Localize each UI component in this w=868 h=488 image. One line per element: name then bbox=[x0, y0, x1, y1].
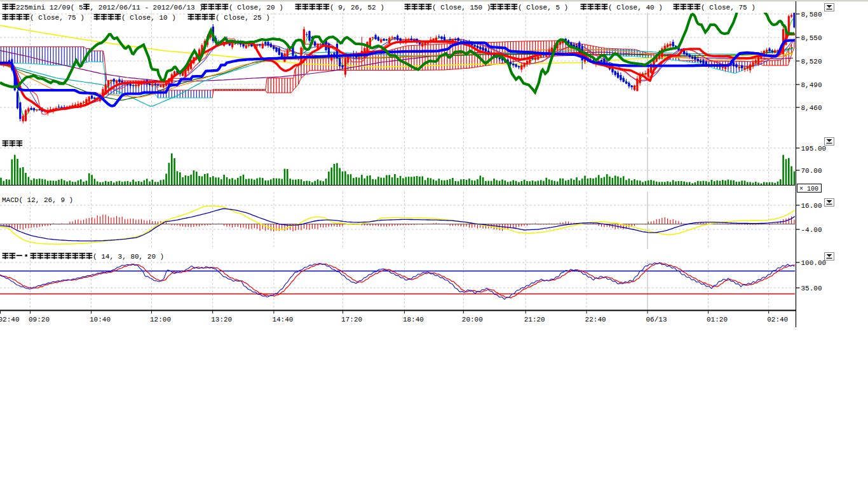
svg-text:, 2012/06/11 - 2012/06/13 ): , 2012/06/11 - 2012/06/13 ) bbox=[90, 4, 203, 11]
svg-text:100.00: 100.00 bbox=[801, 259, 827, 267]
svg-text:17:20: 17:20 bbox=[341, 316, 362, 323]
svg-text:( Close, 75 ): ( Close, 75 ) bbox=[30, 14, 85, 22]
svg-text:14:40: 14:40 bbox=[272, 316, 293, 323]
svg-text:8,490: 8,490 bbox=[801, 81, 822, 89]
svg-text:( Close, 150 ): ( Close, 150 ) bbox=[432, 4, 491, 11]
svg-text:( Close, 75 ): ( Close, 75 ) bbox=[701, 4, 756, 11]
svg-text:01:20: 01:20 bbox=[707, 316, 728, 323]
svg-text:( Close, 25 ): ( Close, 25 ) bbox=[215, 14, 270, 22]
svg-text:02:40: 02:40 bbox=[0, 316, 20, 323]
svg-text:70.00: 70.00 bbox=[801, 167, 822, 175]
svg-text:( Close, 20 ): ( Close, 20 ) bbox=[229, 4, 283, 11]
svg-text:225mini 12/09( 5: 225mini 12/09( 5 bbox=[16, 4, 83, 11]
svg-text:35.00: 35.00 bbox=[801, 285, 822, 292]
svg-text:8,460: 8,460 bbox=[801, 104, 822, 112]
svg-text:8,520: 8,520 bbox=[801, 58, 822, 65]
svg-text:09:20: 09:20 bbox=[29, 316, 50, 323]
svg-text:( Close, 5 ): ( Close, 5 ) bbox=[518, 4, 568, 11]
svg-text:× 100: × 100 bbox=[799, 186, 818, 193]
svg-text:( Close, 10 ): ( Close, 10 ) bbox=[121, 14, 176, 22]
svg-text:8,550: 8,550 bbox=[801, 34, 822, 42]
svg-text:06/13: 06/13 bbox=[646, 316, 667, 323]
svg-text:( 9, 26, 52 ): ( 9, 26, 52 ) bbox=[330, 4, 384, 11]
svg-text:-4.00: -4.00 bbox=[801, 226, 822, 234]
svg-text:22:40: 22:40 bbox=[585, 316, 606, 323]
svg-text:12:00: 12:00 bbox=[150, 316, 171, 323]
svg-text:MACD( 12, 26, 9 ): MACD( 12, 26, 9 ) bbox=[2, 196, 73, 204]
svg-text:21:20: 21:20 bbox=[524, 316, 545, 323]
svg-text:( 14, 3, 80, 20 ): ( 14, 3, 80, 20 ) bbox=[93, 253, 164, 261]
svg-text:10:40: 10:40 bbox=[90, 316, 111, 323]
svg-text:16.00: 16.00 bbox=[801, 202, 822, 210]
svg-text:18:40: 18:40 bbox=[403, 316, 424, 323]
svg-text:13:20: 13:20 bbox=[211, 316, 232, 323]
svg-text:02:40: 02:40 bbox=[767, 316, 788, 323]
svg-text:( Close, 40 ): ( Close, 40 ) bbox=[608, 4, 663, 11]
svg-text:20:00: 20:00 bbox=[462, 316, 483, 323]
svg-text:8,580: 8,580 bbox=[801, 11, 822, 18]
svg-text:195.00: 195.00 bbox=[801, 145, 827, 152]
